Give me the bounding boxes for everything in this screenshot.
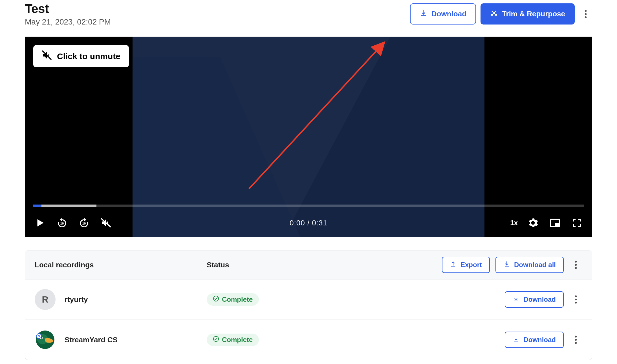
scissors-icon [490,9,498,19]
settings-button[interactable] [526,216,540,230]
recordings-header: Local recordings Status Export Download … [25,250,592,279]
check-circle-icon [213,336,219,344]
svg-point-13 [575,299,577,301]
download-all-label: Download all [514,261,556,269]
recordings-panel: Local recordings Status Export Download … [25,250,592,360]
svg-point-24 [575,342,577,344]
unmute-button[interactable]: Click to unmute [33,45,129,67]
forward-10-button[interactable]: 10 [77,216,91,230]
download-all-button[interactable]: Download all [495,257,564,273]
download-button[interactable]: Download [410,3,476,25]
download-icon [513,295,519,304]
recording-row: S StreamYard CS Complete Do [25,320,592,360]
svg-point-0 [585,10,587,12]
video-progress-bar[interactable] [33,205,584,207]
export-icon [450,261,457,269]
row-download-button[interactable]: Download [505,332,564,348]
status-text: Complete [222,336,253,344]
play-button[interactable] [33,216,47,230]
mute-button[interactable] [99,216,113,230]
recordings-status-header: Status [207,261,442,269]
trim-repurpose-label: Trim & Repurpose [502,10,565,18]
fullscreen-button[interactable] [570,216,584,230]
check-circle-icon [213,296,219,303]
rewind-10-button[interactable]: 10 [55,216,69,230]
export-button[interactable]: Export [442,257,490,273]
recording-name: rtyurty [65,295,88,304]
download-icon [503,261,510,269]
svg-point-2 [585,16,587,18]
svg-point-14 [575,302,577,304]
video-buffer [33,205,96,207]
row-more-menu[interactable] [569,293,582,306]
svg-point-23 [575,339,577,341]
status-badge: Complete [207,334,259,346]
status-badge: Complete [207,293,259,306]
row-download-button[interactable]: Download [505,291,564,308]
video-controls: 10 10 0:00 / 0:31 1x [25,209,592,237]
svg-text:S: S [38,334,40,338]
download-button-label: Download [431,10,466,18]
page-header: Test May 21, 2023, 02:02 PM Download Tri… [25,2,592,26]
svg-point-8 [575,261,577,263]
header-more-menu[interactable] [579,8,592,21]
svg-rect-7 [555,223,559,226]
svg-point-9 [575,264,577,266]
svg-point-10 [575,267,577,269]
avatar: R [35,289,56,310]
row-download-label: Download [523,296,556,303]
recordings-title: Local recordings [35,261,207,269]
page-date: May 21, 2023, 02:02 PM [25,17,111,26]
row-download-label: Download [523,336,556,344]
recording-row: R rtyurty Complete Download [25,279,592,320]
svg-text:10: 10 [82,222,86,225]
status-text: Complete [222,296,253,303]
avatar: S [35,329,56,350]
unmute-label: Click to unmute [57,52,120,61]
trim-repurpose-button[interactable]: Trim & Repurpose [481,3,575,25]
page-title: Test [25,2,111,16]
recordings-more-menu[interactable] [569,258,582,271]
svg-point-12 [575,296,577,298]
download-icon [513,336,519,344]
recording-name: StreamYard CS [65,336,118,344]
download-icon [420,9,428,19]
video-time-display: 0:00 / 0:31 [290,219,327,227]
picture-in-picture-button[interactable] [548,216,562,230]
playback-speed-button[interactable]: 1x [510,219,518,227]
svg-point-22 [575,336,577,338]
svg-point-1 [585,13,587,15]
video-player: Click to unmute 10 10 [25,37,592,237]
export-label: Export [460,261,482,269]
video-played [33,205,41,207]
row-more-menu[interactable] [569,333,582,346]
svg-text:10: 10 [60,222,64,225]
volume-muted-icon [42,50,52,62]
